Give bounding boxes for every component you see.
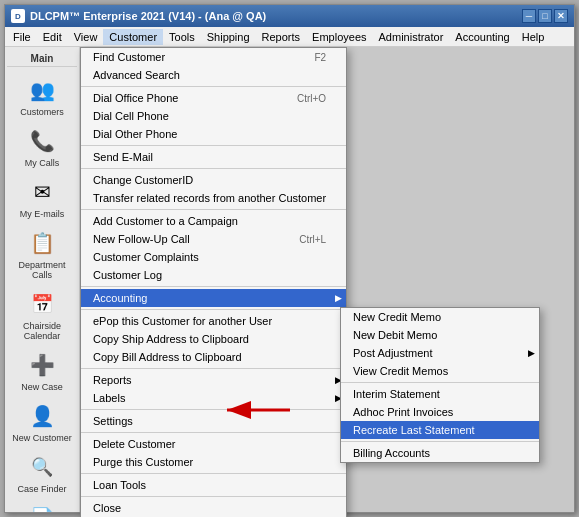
accounting-arrow-icon: ▶ xyxy=(335,293,342,303)
window-controls: ─ □ ✕ xyxy=(522,9,568,23)
separator-2 xyxy=(81,145,346,146)
separator-5 xyxy=(81,286,346,287)
minimize-button[interactable]: ─ xyxy=(522,9,536,23)
menu-adhoc-print[interactable]: Adhoc Print Invoices xyxy=(341,403,539,421)
separator-8 xyxy=(81,409,346,410)
window-title: DLCPM™ Enterprise 2021 (V14) - (Ana @ QA… xyxy=(30,10,522,22)
separator-11 xyxy=(81,496,346,497)
sidebar-item-new-case[interactable]: ➕ New Case xyxy=(8,346,76,395)
menu-loan-tools[interactable]: Loan Tools xyxy=(81,476,346,494)
menu-epop[interactable]: ePop this Customer for another User xyxy=(81,312,346,330)
separator-4 xyxy=(81,209,346,210)
menu-accounting[interactable]: Accounting xyxy=(449,29,515,45)
post-adj-arrow-icon: ▶ xyxy=(528,348,535,358)
main-window: D DLCPM™ Enterprise 2021 (V14) - (Ana @ … xyxy=(4,4,575,513)
menu-administrator[interactable]: Administrator xyxy=(373,29,450,45)
menu-accounting[interactable]: Accounting ▶ xyxy=(81,289,346,307)
menu-copy-bill[interactable]: Copy Bill Address to Clipboard xyxy=(81,348,346,366)
new-case-icon: ➕ xyxy=(26,349,58,381)
separator-3 xyxy=(81,168,346,169)
separator-7 xyxy=(81,368,346,369)
menu-settings[interactable]: Settings xyxy=(81,412,346,430)
sidebar-item-customers[interactable]: 👥 Customers xyxy=(8,71,76,120)
sidebar-label-my-emails: My E-mails xyxy=(20,209,65,219)
menu-recreate-last[interactable]: Recreate Last Statement xyxy=(341,421,539,439)
menu-customer[interactable]: Customer xyxy=(103,29,163,45)
sidebar-label-new-case: New Case xyxy=(21,382,63,392)
sidebar-label-new-customer: New Customer xyxy=(12,433,72,443)
separator-10 xyxy=(81,473,346,474)
menu-labels[interactable]: Labels ▶ xyxy=(81,389,346,407)
menu-file[interactable]: File xyxy=(7,29,37,45)
dept-calls-icon: 📋 xyxy=(26,227,58,259)
my-calls-icon: 📞 xyxy=(26,125,58,157)
sidebar: Main 👥 Customers 📞 My Calls ✉ My E-mails… xyxy=(5,47,80,512)
menu-find-customer[interactable]: Find Customer F2 xyxy=(81,48,346,66)
submenu-separator-2 xyxy=(341,441,539,442)
new-customer-icon: 👤 xyxy=(26,400,58,432)
separator-1 xyxy=(81,86,346,87)
menu-interim-statement[interactable]: Interim Statement xyxy=(341,385,539,403)
case-finder-icon: 🔍 xyxy=(26,451,58,483)
menu-employees[interactable]: Employees xyxy=(306,29,372,45)
sidebar-label-my-calls: My Calls xyxy=(25,158,60,168)
customer-dropdown: Find Customer F2 Advanced Search Dial Of… xyxy=(80,47,347,517)
menu-close[interactable]: Close xyxy=(81,499,346,517)
menu-help[interactable]: Help xyxy=(516,29,551,45)
sidebar-label-dept-calls: Department Calls xyxy=(10,260,74,280)
menu-billing-accounts[interactable]: Billing Accounts xyxy=(341,444,539,462)
menu-view[interactable]: View xyxy=(68,29,104,45)
sidebar-section-label: Main xyxy=(7,51,77,67)
menu-purge-customer[interactable]: Purge this Customer xyxy=(81,453,346,471)
menu-advanced-search[interactable]: Advanced Search xyxy=(81,66,346,84)
menu-post-adjustment[interactable]: Post Adjustment ▶ xyxy=(341,344,539,362)
title-bar: D DLCPM™ Enterprise 2021 (V14) - (Ana @ … xyxy=(5,5,574,27)
menu-tools[interactable]: Tools xyxy=(163,29,201,45)
menu-reports[interactable]: Reports ▶ xyxy=(81,371,346,389)
maximize-button[interactable]: □ xyxy=(538,9,552,23)
menu-dial-cell[interactable]: Dial Cell Phone xyxy=(81,107,346,125)
sidebar-label-chairside-cal: Chairside Calendar xyxy=(10,321,74,341)
sidebar-item-new-customer[interactable]: 👤 New Customer xyxy=(8,397,76,446)
menu-add-campaign[interactable]: Add Customer to a Campaign xyxy=(81,212,346,230)
sidebar-item-my-calls[interactable]: 📞 My Calls xyxy=(8,122,76,171)
chairside-cal-icon: 📅 xyxy=(26,288,58,320)
menu-new-debit-memo[interactable]: New Debit Memo xyxy=(341,326,539,344)
menu-bar: File Edit View Customer Tools Shipping R… xyxy=(5,27,574,47)
sidebar-item-case-finder[interactable]: 🔍 Case Finder xyxy=(8,448,76,497)
menu-send-email[interactable]: Send E-Mail xyxy=(81,148,346,166)
menu-reports[interactable]: Reports xyxy=(256,29,307,45)
menu-new-credit-memo[interactable]: New Credit Memo xyxy=(341,308,539,326)
separator-6 xyxy=(81,309,346,310)
sidebar-item-my-emails[interactable]: ✉ My E-mails xyxy=(8,173,76,222)
close-button[interactable]: ✕ xyxy=(554,9,568,23)
menu-delete-customer[interactable]: Delete Customer xyxy=(81,435,346,453)
menu-copy-ship[interactable]: Copy Ship Address to Clipboard xyxy=(81,330,346,348)
menu-customer-log[interactable]: Customer Log xyxy=(81,266,346,284)
main-area: Find Customer F2 Advanced Search Dial Of… xyxy=(80,47,574,512)
menu-view-credit-memos[interactable]: View Credit Memos xyxy=(341,362,539,380)
menu-edit[interactable]: Edit xyxy=(37,29,68,45)
menu-new-followup[interactable]: New Follow-Up Call Ctrl+L xyxy=(81,230,346,248)
sidebar-label-customers: Customers xyxy=(20,107,64,117)
menu-dial-other[interactable]: Dial Other Phone xyxy=(81,125,346,143)
separator-9 xyxy=(81,432,346,433)
menu-dial-office[interactable]: Dial Office Phone Ctrl+O xyxy=(81,89,346,107)
red-arrow-svg xyxy=(215,395,295,425)
menu-transfer-records[interactable]: Transfer related records from another Cu… xyxy=(81,189,346,207)
invoice-case-icon: 📄 xyxy=(26,502,58,512)
menu-change-cid[interactable]: Change CustomerID xyxy=(81,171,346,189)
accounting-submenu: New Credit Memo New Debit Memo Post Adju… xyxy=(340,307,540,463)
app-logo: D xyxy=(11,9,25,23)
menu-shipping[interactable]: Shipping xyxy=(201,29,256,45)
sidebar-item-invoice-case[interactable]: 📄 Invoice Case xyxy=(8,499,76,512)
content-area: Main 👥 Customers 📞 My Calls ✉ My E-mails… xyxy=(5,47,574,512)
submenu-separator-1 xyxy=(341,382,539,383)
my-emails-icon: ✉ xyxy=(26,176,58,208)
menu-complaints[interactable]: Customer Complaints xyxy=(81,248,346,266)
customers-icon: 👥 xyxy=(26,74,58,106)
sidebar-item-dept-calls[interactable]: 📋 Department Calls xyxy=(8,224,76,283)
sidebar-label-case-finder: Case Finder xyxy=(17,484,66,494)
sidebar-item-chairside-cal[interactable]: 📅 Chairside Calendar xyxy=(8,285,76,344)
